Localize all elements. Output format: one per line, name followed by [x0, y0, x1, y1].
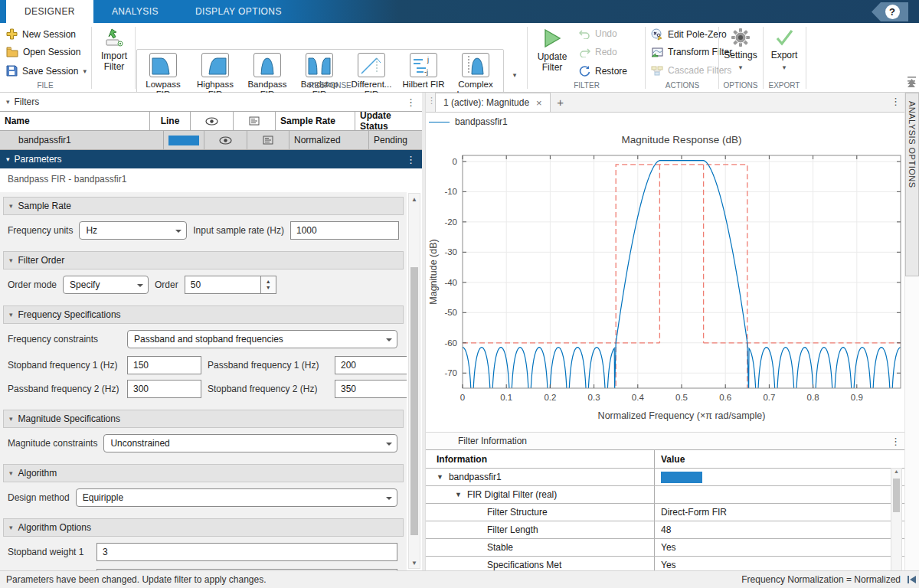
tab-analysis[interactable]: ANALYSIS [93, 0, 177, 23]
info-value: Yes [661, 542, 676, 553]
scroll-up-icon[interactable]: ▲ [409, 194, 420, 204]
tab-display-options[interactable]: DISPLAY OPTIONS [177, 0, 300, 23]
filter-line-color[interactable] [164, 131, 204, 149]
stopband-frequency-1-field[interactable] [127, 356, 201, 374]
tab-drag-handle[interactable]: ⋮ [427, 96, 436, 106]
info-table-row[interactable]: StableYes [426, 539, 905, 557]
export-button[interactable]: Export ▾ [764, 28, 804, 73]
parameters-title: Parameters [15, 154, 62, 165]
update-filter-button[interactable]: Update Filter [531, 28, 573, 73]
algorithm-section-header[interactable]: ▾Algorithm [3, 464, 404, 482]
scrollbar-thumb[interactable] [893, 479, 900, 512]
order-label: Order [155, 279, 178, 290]
filter-information-table: Information Value ▼bandpassfir1▼FIR Digi… [426, 449, 905, 570]
update-filter-label2: Filter [542, 62, 563, 73]
svg-text:-70: -70 [444, 368, 457, 377]
restore-icon [579, 65, 590, 77]
redo-button[interactable]: Redo [579, 47, 617, 57]
passband-frequency-2-field[interactable] [127, 380, 201, 398]
actions-section-caption: ACTIONS [646, 81, 718, 90]
order-field[interactable] [185, 276, 261, 294]
scrollbar-thumb[interactable] [410, 267, 418, 535]
eye-icon [219, 136, 232, 145]
order-mode-label: Order mode [8, 279, 57, 290]
parameters-collapse-icon[interactable]: ▾ [6, 155, 10, 163]
chart-title: Magnitude Response (dB) [622, 134, 742, 145]
undo-button[interactable]: Undo [579, 28, 617, 39]
save-session-label: Save Session [22, 66, 78, 77]
info-table-row[interactable]: Filter Length48 [426, 521, 905, 539]
filters-menu-icon[interactable]: ⋮ [406, 96, 416, 108]
parameters-scroll-area: ▾Sample Rate Frequency units Hz Input sa… [0, 192, 407, 570]
settings-button[interactable]: Settings ▾ [720, 28, 761, 73]
parameters-header: ▾ Parameters ⋮ [0, 150, 422, 168]
sample-rate-section-header[interactable]: ▾Sample Rate [3, 197, 404, 215]
import-filter-label1: Import [101, 51, 127, 61]
filter-legend-toggle[interactable] [247, 131, 289, 149]
frequency-units-dropdown[interactable]: Hz [79, 221, 187, 240]
lowpass-fir-icon [149, 53, 177, 77]
section-sample-rate: ▾Sample Rate Frequency units Hz Input sa… [3, 197, 404, 243]
tab-magnitude-plot[interactable]: 1 (active): Magnitude × [435, 93, 551, 112]
close-tab-icon[interactable]: × [536, 97, 542, 109]
magnitude-constraints-dropdown[interactable]: Unconstrained [103, 434, 397, 452]
restore-button[interactable]: Restore [579, 65, 627, 77]
scroll-down-icon[interactable]: ▼ [409, 557, 420, 568]
svg-text:-60: -60 [444, 338, 457, 348]
save-session-dropdown-icon[interactable]: ▾ [83, 67, 87, 75]
frequency-specs-section-header[interactable]: ▾Frequency Specifications [3, 305, 404, 324]
expand-collapse-icon[interactable]: ▼ [455, 491, 462, 498]
plot-panel-menu-icon[interactable]: ⋮ [891, 96, 901, 107]
passband-frequency-1-field[interactable] [335, 356, 407, 374]
export-section-caption: EXPORT [764, 81, 804, 90]
edit-pole-zero-icon [651, 28, 663, 41]
plot-tab-label: 1 (active): Magnitude [443, 97, 529, 108]
stopband-weight-1-field[interactable] [96, 543, 397, 561]
file-section-caption: FILE [0, 81, 90, 90]
scroll-up-icon[interactable]: ▲ [891, 469, 901, 478]
stopband-frequency-2-field[interactable] [335, 380, 407, 398]
undo-label: Undo [595, 28, 617, 39]
import-filter-button[interactable]: Import Filter [95, 28, 133, 72]
new-plot-tab-button[interactable]: + [551, 93, 571, 112]
svg-text:0.9: 0.9 [851, 393, 863, 402]
expand-collapse-icon[interactable]: ▼ [437, 473, 443, 481]
order-spinner[interactable]: ▲▼ [261, 276, 276, 294]
parameters-scrollbar[interactable]: ▲ ▼ [408, 193, 420, 569]
filter-information-menu-icon[interactable]: ⋮ [891, 436, 901, 447]
design-method-dropdown[interactable]: Equiripple [76, 488, 397, 507]
export-label: Export [771, 50, 798, 60]
edit-pole-zero-button[interactable]: Edit Pole-Zero [651, 28, 727, 41]
stopband-weight-1-label: Stopband weight 1 [8, 547, 90, 557]
open-session-icon [6, 47, 18, 57]
info-table-row[interactable]: ▼FIR Digital Filter (real) [426, 486, 905, 504]
filter-order-section-header[interactable]: ▾Filter Order [3, 251, 404, 270]
new-session-icon [6, 28, 18, 40]
collapse-panel-icon[interactable] [907, 77, 917, 86]
filter-visibility-toggle[interactable] [204, 131, 247, 149]
info-table-row[interactable]: Filter StructureDirect-Form FIR [426, 504, 905, 521]
filters-collapse-icon[interactable]: ▾ [6, 98, 10, 106]
parameters-menu-icon[interactable]: ⋮ [406, 154, 416, 165]
info-value: 48 [661, 524, 671, 535]
filter-row-bandpassfir1[interactable]: bandpassfir1 Normalized Pending [0, 131, 422, 150]
info-table-row[interactable]: ▼bandpassfir1 [426, 469, 905, 486]
section-algorithm-options: ▾Algorithm Options Stopband weight 1 Pas… [3, 518, 404, 570]
save-session-button[interactable]: Save Session ▾ [6, 65, 87, 77]
svg-text:0.7: 0.7 [763, 393, 775, 402]
open-session-button[interactable]: Open Session [6, 47, 80, 57]
restore-panel-icon[interactable] [907, 575, 917, 584]
settings-gear-icon [731, 28, 751, 47]
info-value: Yes [661, 560, 676, 570]
new-session-button[interactable]: New Session [6, 28, 76, 40]
analysis-options-side-tab[interactable]: ANALYSIS OPTIONS [905, 93, 919, 276]
tab-designer[interactable]: DESIGNER [6, 0, 93, 23]
cascade-filters-icon [651, 65, 663, 76]
input-sample-rate-field[interactable] [290, 221, 399, 240]
magnitude-specs-section-header[interactable]: ▾Magnitude Specifications [3, 410, 404, 428]
frequency-constraints-dropdown[interactable]: Passband and stopband frequencies [127, 330, 397, 348]
algorithm-options-section-header[interactable]: ▾Algorithm Options [3, 518, 404, 537]
export-dropdown-icon[interactable]: ▾ [783, 62, 787, 73]
order-mode-dropdown[interactable]: Specify [63, 276, 149, 294]
settings-dropdown-icon[interactable]: ▾ [739, 62, 743, 73]
